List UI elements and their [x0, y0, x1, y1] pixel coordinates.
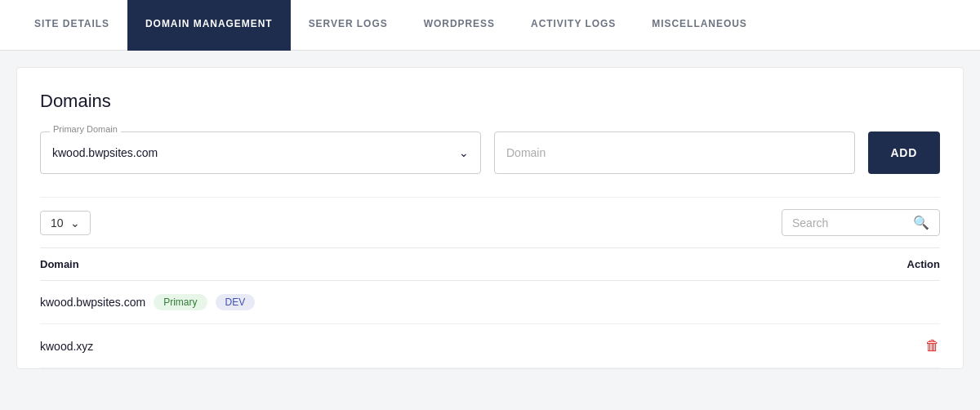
domain-name: kwood.bwpsites.com	[40, 296, 145, 309]
chevron-down-icon: ⌄	[459, 146, 469, 159]
primary-domain-dropdown[interactable]: kwood.bwpsites.com ⌄	[40, 131, 481, 174]
tab-miscellaneous[interactable]: MISCELLANEOUS	[634, 0, 764, 51]
per-page-value: 10	[51, 216, 64, 230]
domain-name: kwood.xyz	[40, 340, 93, 353]
chevron-down-icon: ⌄	[70, 216, 80, 230]
section-title: Domains	[40, 91, 940, 112]
search-input[interactable]	[792, 216, 906, 230]
primary-domain-value: kwood.bwpsites.com	[52, 146, 158, 159]
table-row: kwood.xyz🗑	[40, 324, 940, 368]
badge-primary: Primary	[154, 294, 207, 310]
search-box: 🔍	[782, 209, 940, 236]
tab-bar: SITE DETAILS DOMAIN MANAGEMENT SERVER LO…	[0, 0, 980, 51]
row-domain-cell: kwood.bwpsites.comPrimaryDEV	[40, 294, 255, 310]
search-icon: 🔍	[913, 215, 929, 230]
add-button[interactable]: ADD	[868, 131, 940, 174]
badge-dev: DEV	[216, 294, 256, 310]
tab-activity-logs[interactable]: ACTIVITY LOGS	[513, 0, 634, 51]
row-domain-cell: kwood.xyz	[40, 340, 93, 353]
main-content: Domains Primary Domain kwood.bwpsites.co…	[16, 67, 964, 369]
table-body: kwood.bwpsites.comPrimaryDEVkwood.xyz🗑	[40, 281, 940, 368]
column-header-action: Action	[907, 258, 940, 270]
domain-input-row: Primary Domain kwood.bwpsites.com ⌄ ADD	[40, 131, 940, 174]
delete-icon[interactable]: 🗑	[925, 337, 940, 354]
per-page-select[interactable]: 10 ⌄	[40, 211, 91, 235]
column-header-domain: Domain	[40, 258, 79, 270]
primary-domain-label: Primary Domain	[50, 124, 121, 134]
row-action-cell: 🗑	[925, 337, 940, 354]
tab-domain-management[interactable]: DOMAIN MANAGEMENT	[127, 0, 291, 51]
tab-site-details[interactable]: SITE DETAILS	[16, 0, 127, 51]
tab-wordpress[interactable]: WORDPRESS	[406, 0, 513, 51]
table-header: Domain Action	[40, 247, 940, 281]
tab-server-logs[interactable]: SERVER LOGS	[291, 0, 406, 51]
primary-domain-select[interactable]: Primary Domain kwood.bwpsites.com ⌄	[40, 131, 481, 174]
table-row: kwood.bwpsites.comPrimaryDEV	[40, 281, 940, 324]
controls-row: 10 ⌄ 🔍	[40, 197, 940, 247]
domain-text-input[interactable]	[494, 131, 855, 174]
